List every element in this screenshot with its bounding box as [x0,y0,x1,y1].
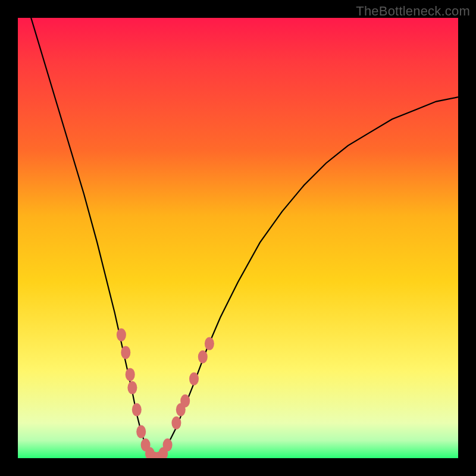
data-marker [127,381,137,394]
data-marker [117,328,126,342]
bottleneck-curve [18,0,458,458]
data-marker [163,439,173,452]
data-marker [180,394,190,408]
data-marker [171,416,181,430]
data-marker [132,403,142,416]
data-marker [205,337,214,350]
data-marker [198,350,208,364]
outer-frame: TheBottleneck.com [0,0,476,476]
data-marker [121,346,130,359]
bottleneck-curve-chart [0,0,476,476]
data-marker [126,368,135,381]
data-marker [189,372,199,386]
data-marker [136,425,146,439]
